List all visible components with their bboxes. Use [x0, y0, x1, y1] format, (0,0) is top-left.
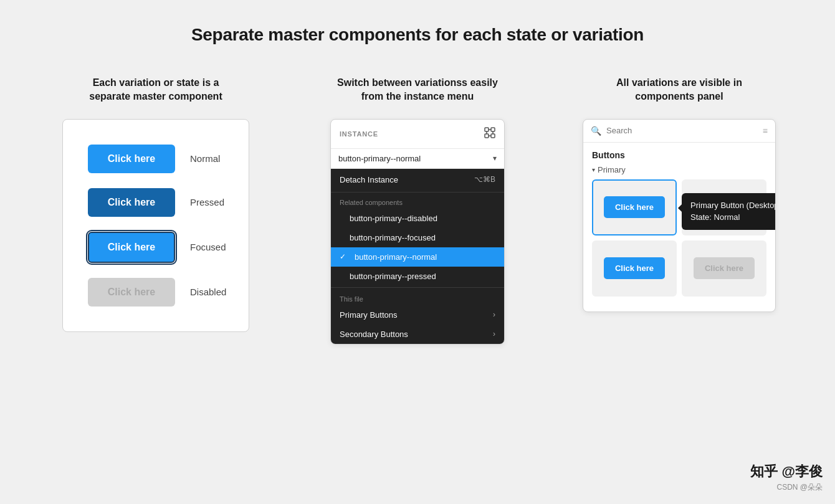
- check-icon: ✓: [340, 252, 350, 261]
- search-icon: 🔍: [591, 126, 601, 136]
- dropdown-item-primary-buttons[interactable]: Primary Buttons ›: [331, 305, 504, 325]
- variants-card: Click here Normal Click here Pressed Cli…: [62, 119, 249, 332]
- instance-select-text: button-primary--normal: [338, 154, 421, 163]
- dropdown-item-pressed-label: button-primary--pressed: [350, 272, 436, 281]
- columns-row: Each variation or state is aseparate mas…: [44, 76, 791, 345]
- detach-label: Detach Instance: [340, 175, 398, 184]
- secondary-buttons-label: Secondary Buttons: [340, 330, 408, 339]
- detach-shortcut: ⌥⌘B: [474, 175, 495, 184]
- svg-rect-3: [491, 134, 495, 138]
- components-grid: Click here Primary Button (Desktop) Stat…: [592, 179, 766, 297]
- label-normal: Normal: [190, 153, 220, 164]
- related-section-label: Related components: [331, 194, 504, 209]
- watermark-zhihu: 知乎 @李俊: [750, 462, 823, 481]
- middle-column: Switch between variationss easilyfrom th…: [305, 76, 530, 345]
- dropdown-item-disabled-label: button-primary--disabled: [350, 214, 437, 223]
- page-title: Separate master components for each stat…: [191, 25, 644, 45]
- component-cell-primary-2[interactable]: Click here: [592, 240, 677, 297]
- components-body: Buttons ▾ Primary Click here: [583, 143, 775, 311]
- submenu-arrow-2: ›: [493, 330, 495, 338]
- divider-2: [331, 287, 504, 288]
- component-cell-primary-normal[interactable]: Click here Primary Button (Desktop) Stat…: [592, 179, 677, 235]
- btn-disabled: Click here: [88, 278, 175, 307]
- component-cell-empty-1[interactable]: [682, 179, 766, 235]
- dropdown-item-disabled[interactable]: button-primary--disabled: [331, 209, 504, 228]
- left-column-title: Each variation or state is aseparate mas…: [89, 76, 222, 104]
- dropdown-item-secondary-buttons[interactable]: Secondary Buttons ›: [331, 325, 504, 344]
- svg-rect-0: [485, 128, 489, 131]
- btn-normal[interactable]: Click here: [88, 145, 175, 173]
- svg-rect-1: [491, 128, 495, 131]
- dropdown-item-focused[interactable]: button-primary--focused: [331, 228, 504, 247]
- dropdown-menu: Detach Instance ⌥⌘B Related components b…: [331, 169, 504, 344]
- instance-swap-icon[interactable]: [484, 127, 495, 141]
- triangle-icon: ▾: [592, 166, 595, 173]
- components-section-title: Buttons: [592, 150, 766, 160]
- dropdown-item-normal-active[interactable]: ✓ button-primary--normal: [331, 247, 504, 267]
- instance-panel-wrapper: INSTANCE: [330, 119, 505, 345]
- components-group-header: ▾ Primary: [592, 165, 766, 174]
- right-column: All variations are visible incomponents …: [567, 76, 791, 312]
- primary-buttons-label: Primary Buttons: [340, 310, 397, 320]
- middle-column-title: Switch between variationss easilyfrom th…: [337, 76, 498, 104]
- this-file-section-label: This file: [331, 289, 504, 305]
- instance-select[interactable]: button-primary--normal ▾: [331, 149, 504, 169]
- detach-instance-item[interactable]: Detach Instance ⌥⌘B: [331, 169, 504, 191]
- variant-row-pressed: Click here Pressed: [88, 188, 224, 217]
- components-panel: 🔍 ≡ Buttons ▾ Primary: [583, 119, 776, 312]
- divider-1: [331, 192, 504, 193]
- components-group-primary: ▾ Primary Click here Primary Button (Des…: [592, 165, 766, 297]
- list-icon[interactable]: ≡: [763, 126, 768, 136]
- dropdown-item-pressed[interactable]: button-primary--pressed: [331, 267, 504, 286]
- submenu-arrow-1: ›: [493, 310, 495, 319]
- search-input[interactable]: [606, 126, 758, 135]
- instance-label: INSTANCE: [340, 130, 378, 138]
- right-column-title: All variations are visible incomponents …: [616, 76, 742, 104]
- dropdown-item-normal-label: button-primary--normal: [355, 252, 437, 262]
- chevron-down-icon: ▾: [493, 154, 497, 163]
- page-container: Separate master components for each stat…: [0, 0, 835, 504]
- component-btn-disabled: Click here: [694, 257, 755, 279]
- variant-row-disabled: Click here Disabled: [88, 278, 224, 307]
- component-btn-primary-normal[interactable]: Click here: [604, 196, 665, 218]
- variant-row-focused: Click here Focused: [88, 232, 224, 263]
- component-btn-primary-2[interactable]: Click here: [604, 257, 665, 279]
- components-search-bar: 🔍 ≡: [583, 120, 775, 143]
- label-disabled: Disabled: [190, 287, 226, 297]
- watermark-csdn: CSDN @朵朵: [776, 482, 823, 493]
- group-label: Primary: [598, 165, 626, 174]
- label-pressed: Pressed: [190, 197, 224, 207]
- btn-focused[interactable]: Click here: [88, 232, 175, 263]
- watermark: 知乎 @李俊 CSDN @朵朵: [750, 462, 823, 493]
- btn-pressed[interactable]: Click here: [88, 188, 175, 217]
- instance-panel: INSTANCE: [330, 119, 505, 345]
- variant-row-normal: Click here Normal: [88, 145, 224, 173]
- svg-rect-2: [485, 134, 489, 138]
- left-column: Each variation or state is aseparate mas…: [44, 76, 268, 332]
- label-focused: Focused: [190, 242, 226, 252]
- instance-header: INSTANCE: [331, 120, 504, 149]
- component-cell-disabled[interactable]: Click here: [682, 240, 766, 297]
- dropdown-item-focused-label: button-primary--focused: [350, 233, 436, 242]
